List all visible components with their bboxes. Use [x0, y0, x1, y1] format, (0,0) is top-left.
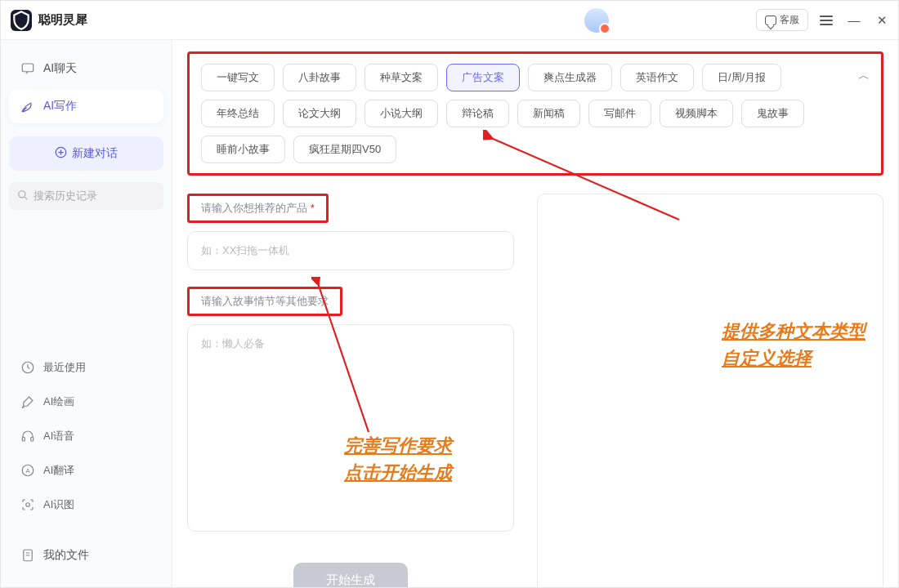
story-placeholder: 如：懒人必备	[201, 337, 265, 350]
sidebar-item-recent[interactable]: 最近使用	[9, 352, 163, 383]
template-pill[interactable]: 种草文案	[365, 64, 438, 91]
story-label: 请输入故事情节等其他要求	[201, 295, 329, 307]
sidebar-item-label: AI翻译	[43, 463, 74, 478]
titlebar: 聪明灵犀 客服 — ✕	[1, 1, 898, 40]
menu-button[interactable]	[820, 16, 833, 25]
customer-service-button[interactable]: 客服	[756, 9, 808, 31]
product-input[interactable]: 如：XX扫拖一体机	[187, 231, 514, 270]
sidebar-item-paint[interactable]: AI绘画	[9, 386, 163, 417]
sidebar-item-vision[interactable]: AI识图	[9, 489, 163, 520]
template-pill[interactable]: 八卦故事	[283, 64, 356, 91]
sidebar-item-translate[interactable]: A AI翻译	[9, 455, 163, 486]
app-logo-icon	[11, 10, 32, 31]
chevron-up-icon[interactable]: ︿	[858, 69, 870, 83]
required-mark: *	[311, 202, 315, 214]
search-placeholder: 搜索历史记录	[34, 189, 97, 203]
template-pill[interactable]: 睡前小故事	[201, 136, 285, 163]
sidebar-item-label: 我的文件	[43, 548, 89, 563]
generate-label: 开始生成	[326, 572, 375, 586]
sidebar-item-files[interactable]: 我的文件	[9, 538, 163, 572]
chat-icon	[765, 16, 776, 25]
svg-point-2	[19, 190, 25, 197]
sidebar-item-label: AI绘画	[43, 394, 74, 409]
template-pill[interactable]: 疯狂星期四V50	[293, 136, 396, 163]
sidebar-item-label: AI写作	[43, 99, 77, 114]
sidebar-item-label: AI聊天	[43, 61, 77, 76]
template-type-panel: ︿ 一键写文八卦故事种草文案广告文案爽点生成器英语作文日/周/月报年终总结论文大…	[187, 51, 883, 176]
new-chat-button[interactable]: 新建对话	[9, 136, 163, 171]
generate-button[interactable]: 开始生成	[293, 563, 408, 587]
template-pill[interactable]: 日/周/月报	[702, 64, 781, 91]
template-pill[interactable]: 鬼故事	[741, 100, 804, 127]
product-label: 请输入你想推荐的产品	[201, 202, 307, 214]
minimize-button[interactable]: —	[848, 14, 861, 26]
app-title: 聪明灵犀	[38, 12, 87, 28]
hamburger-icon	[820, 16, 833, 25]
plus-icon	[55, 146, 67, 161]
product-label-box: 请输入你想推荐的产品 *	[187, 194, 329, 223]
sidebar-item-label: 最近使用	[43, 360, 86, 375]
avatar[interactable]	[584, 8, 609, 33]
sidebar-item-label: AI识图	[43, 497, 74, 512]
template-pill[interactable]: 广告文案	[446, 64, 520, 91]
svg-rect-5	[31, 438, 34, 442]
story-textarea[interactable]: 如：懒人必备	[187, 324, 514, 532]
file-icon	[20, 548, 35, 563]
scan-icon	[20, 497, 35, 512]
template-pill[interactable]: 一键写文	[201, 64, 275, 91]
svg-point-8	[26, 503, 30, 507]
sidebar-item-write[interactable]: AI写作	[9, 89, 163, 123]
template-pill[interactable]: 写邮件	[588, 100, 651, 127]
new-chat-label: 新建对话	[72, 146, 118, 161]
sidebar-item-voice[interactable]: AI语音	[9, 421, 163, 452]
svg-text:A: A	[25, 467, 29, 474]
chat-bubble-icon	[20, 61, 35, 76]
search-input[interactable]: 搜索历史记录	[9, 182, 163, 210]
main-panel: ︿ 一键写文八卦故事种草文案广告文案爽点生成器英语作文日/周/月报年终总结论文大…	[172, 40, 898, 587]
template-pill[interactable]: 小说大纲	[365, 100, 438, 127]
svg-rect-4	[22, 438, 25, 442]
sidebar: AI聊天 AI写作 新建对话 搜索历史记录 最近使用	[1, 40, 172, 587]
template-pill[interactable]: 视频脚本	[660, 100, 733, 127]
svg-rect-0	[22, 64, 34, 72]
template-pill[interactable]: 论文大纲	[283, 100, 356, 127]
brush-icon	[20, 394, 35, 409]
sidebar-item-chat[interactable]: AI聊天	[9, 51, 163, 86]
template-pill[interactable]: 新闻稿	[517, 100, 580, 127]
output-panel	[537, 194, 883, 587]
template-pill[interactable]: 英语作文	[620, 64, 694, 91]
customer-service-label: 客服	[780, 13, 799, 27]
headphone-icon	[20, 429, 35, 443]
clock-icon	[20, 360, 35, 375]
quill-icon	[20, 99, 35, 114]
template-pill[interactable]: 年终总结	[201, 100, 275, 127]
search-icon	[17, 189, 29, 203]
story-label-box: 请输入故事情节等其他要求	[187, 287, 342, 316]
product-placeholder: 如：XX扫拖一体机	[201, 244, 289, 256]
sidebar-item-label: AI语音	[43, 429, 74, 443]
template-pill[interactable]: 爽点生成器	[528, 64, 612, 91]
close-button[interactable]: ✕	[875, 14, 888, 26]
template-pill[interactable]: 辩论稿	[446, 100, 509, 127]
translate-icon: A	[20, 463, 35, 478]
